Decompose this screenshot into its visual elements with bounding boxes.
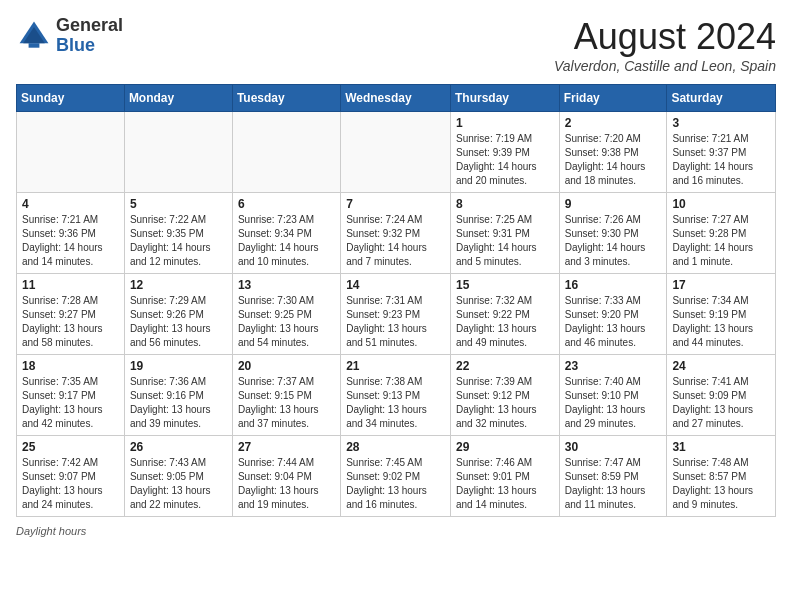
day-info: Sunrise: 7:21 AM Sunset: 9:37 PM Dayligh… <box>672 132 770 188</box>
footer: Daylight hours <box>16 525 776 537</box>
weekday-header: Friday <box>559 85 667 112</box>
day-number: 25 <box>22 440 119 454</box>
day-info: Sunrise: 7:44 AM Sunset: 9:04 PM Dayligh… <box>238 456 335 512</box>
logo-blue-text: Blue <box>56 35 95 55</box>
weekday-header: Wednesday <box>341 85 451 112</box>
day-info: Sunrise: 7:42 AM Sunset: 9:07 PM Dayligh… <box>22 456 119 512</box>
weekday-header: Thursday <box>450 85 559 112</box>
day-info: Sunrise: 7:38 AM Sunset: 9:13 PM Dayligh… <box>346 375 445 431</box>
day-number: 24 <box>672 359 770 373</box>
day-number: 27 <box>238 440 335 454</box>
calendar-cell: 30Sunrise: 7:47 AM Sunset: 8:59 PM Dayli… <box>559 436 667 517</box>
calendar-cell: 15Sunrise: 7:32 AM Sunset: 9:22 PM Dayli… <box>450 274 559 355</box>
day-number: 8 <box>456 197 554 211</box>
calendar-cell: 23Sunrise: 7:40 AM Sunset: 9:10 PM Dayli… <box>559 355 667 436</box>
day-info: Sunrise: 7:39 AM Sunset: 9:12 PM Dayligh… <box>456 375 554 431</box>
calendar-cell: 4Sunrise: 7:21 AM Sunset: 9:36 PM Daylig… <box>17 193 125 274</box>
calendar-table: SundayMondayTuesdayWednesdayThursdayFrid… <box>16 84 776 517</box>
day-info: Sunrise: 7:37 AM Sunset: 9:15 PM Dayligh… <box>238 375 335 431</box>
calendar-cell: 25Sunrise: 7:42 AM Sunset: 9:07 PM Dayli… <box>17 436 125 517</box>
day-number: 18 <box>22 359 119 373</box>
day-info: Sunrise: 7:22 AM Sunset: 9:35 PM Dayligh… <box>130 213 227 269</box>
day-number: 12 <box>130 278 227 292</box>
day-info: Sunrise: 7:23 AM Sunset: 9:34 PM Dayligh… <box>238 213 335 269</box>
calendar-cell: 19Sunrise: 7:36 AM Sunset: 9:16 PM Dayli… <box>124 355 232 436</box>
day-number: 23 <box>565 359 662 373</box>
day-info: Sunrise: 7:35 AM Sunset: 9:17 PM Dayligh… <box>22 375 119 431</box>
weekday-header: Tuesday <box>232 85 340 112</box>
calendar-cell <box>17 112 125 193</box>
calendar-cell: 21Sunrise: 7:38 AM Sunset: 9:13 PM Dayli… <box>341 355 451 436</box>
day-info: Sunrise: 7:31 AM Sunset: 9:23 PM Dayligh… <box>346 294 445 350</box>
day-info: Sunrise: 7:43 AM Sunset: 9:05 PM Dayligh… <box>130 456 227 512</box>
day-number: 22 <box>456 359 554 373</box>
calendar-cell: 11Sunrise: 7:28 AM Sunset: 9:27 PM Dayli… <box>17 274 125 355</box>
day-number: 6 <box>238 197 335 211</box>
calendar-cell <box>124 112 232 193</box>
day-info: Sunrise: 7:46 AM Sunset: 9:01 PM Dayligh… <box>456 456 554 512</box>
logo: General Blue <box>16 16 123 56</box>
calendar-cell: 10Sunrise: 7:27 AM Sunset: 9:28 PM Dayli… <box>667 193 776 274</box>
day-info: Sunrise: 7:27 AM Sunset: 9:28 PM Dayligh… <box>672 213 770 269</box>
logo-general-text: General <box>56 15 123 35</box>
calendar-cell: 18Sunrise: 7:35 AM Sunset: 9:17 PM Dayli… <box>17 355 125 436</box>
day-number: 5 <box>130 197 227 211</box>
calendar-cell: 1Sunrise: 7:19 AM Sunset: 9:39 PM Daylig… <box>450 112 559 193</box>
weekday-header: Saturday <box>667 85 776 112</box>
svg-rect-2 <box>29 43 40 48</box>
day-info: Sunrise: 7:26 AM Sunset: 9:30 PM Dayligh… <box>565 213 662 269</box>
title-block: August 2024 Valverdon, Castille and Leon… <box>554 16 776 74</box>
day-number: 10 <box>672 197 770 211</box>
calendar-cell: 5Sunrise: 7:22 AM Sunset: 9:35 PM Daylig… <box>124 193 232 274</box>
calendar-cell: 28Sunrise: 7:45 AM Sunset: 9:02 PM Dayli… <box>341 436 451 517</box>
day-info: Sunrise: 7:32 AM Sunset: 9:22 PM Dayligh… <box>456 294 554 350</box>
day-info: Sunrise: 7:41 AM Sunset: 9:09 PM Dayligh… <box>672 375 770 431</box>
month-title: August 2024 <box>554 16 776 58</box>
day-info: Sunrise: 7:20 AM Sunset: 9:38 PM Dayligh… <box>565 132 662 188</box>
calendar-cell: 8Sunrise: 7:25 AM Sunset: 9:31 PM Daylig… <box>450 193 559 274</box>
day-info: Sunrise: 7:47 AM Sunset: 8:59 PM Dayligh… <box>565 456 662 512</box>
day-number: 9 <box>565 197 662 211</box>
day-number: 2 <box>565 116 662 130</box>
calendar-cell: 31Sunrise: 7:48 AM Sunset: 8:57 PM Dayli… <box>667 436 776 517</box>
day-info: Sunrise: 7:36 AM Sunset: 9:16 PM Dayligh… <box>130 375 227 431</box>
day-info: Sunrise: 7:19 AM Sunset: 9:39 PM Dayligh… <box>456 132 554 188</box>
day-info: Sunrise: 7:28 AM Sunset: 9:27 PM Dayligh… <box>22 294 119 350</box>
day-number: 31 <box>672 440 770 454</box>
day-number: 7 <box>346 197 445 211</box>
day-info: Sunrise: 7:34 AM Sunset: 9:19 PM Dayligh… <box>672 294 770 350</box>
calendar-cell: 20Sunrise: 7:37 AM Sunset: 9:15 PM Dayli… <box>232 355 340 436</box>
calendar-cell: 16Sunrise: 7:33 AM Sunset: 9:20 PM Dayli… <box>559 274 667 355</box>
day-number: 30 <box>565 440 662 454</box>
day-info: Sunrise: 7:24 AM Sunset: 9:32 PM Dayligh… <box>346 213 445 269</box>
day-number: 15 <box>456 278 554 292</box>
calendar-cell: 12Sunrise: 7:29 AM Sunset: 9:26 PM Dayli… <box>124 274 232 355</box>
calendar-cell <box>232 112 340 193</box>
day-number: 26 <box>130 440 227 454</box>
calendar-cell: 9Sunrise: 7:26 AM Sunset: 9:30 PM Daylig… <box>559 193 667 274</box>
day-number: 17 <box>672 278 770 292</box>
page-header: General Blue August 2024 Valverdon, Cast… <box>16 16 776 74</box>
day-number: 14 <box>346 278 445 292</box>
calendar-cell: 7Sunrise: 7:24 AM Sunset: 9:32 PM Daylig… <box>341 193 451 274</box>
day-info: Sunrise: 7:40 AM Sunset: 9:10 PM Dayligh… <box>565 375 662 431</box>
weekday-header: Monday <box>124 85 232 112</box>
day-number: 29 <box>456 440 554 454</box>
calendar-cell: 27Sunrise: 7:44 AM Sunset: 9:04 PM Dayli… <box>232 436 340 517</box>
day-info: Sunrise: 7:29 AM Sunset: 9:26 PM Dayligh… <box>130 294 227 350</box>
calendar-cell: 29Sunrise: 7:46 AM Sunset: 9:01 PM Dayli… <box>450 436 559 517</box>
day-number: 21 <box>346 359 445 373</box>
day-info: Sunrise: 7:48 AM Sunset: 8:57 PM Dayligh… <box>672 456 770 512</box>
day-info: Sunrise: 7:33 AM Sunset: 9:20 PM Dayligh… <box>565 294 662 350</box>
day-number: 19 <box>130 359 227 373</box>
day-number: 16 <box>565 278 662 292</box>
calendar-cell: 17Sunrise: 7:34 AM Sunset: 9:19 PM Dayli… <box>667 274 776 355</box>
day-number: 20 <box>238 359 335 373</box>
calendar-cell: 3Sunrise: 7:21 AM Sunset: 9:37 PM Daylig… <box>667 112 776 193</box>
day-info: Sunrise: 7:30 AM Sunset: 9:25 PM Dayligh… <box>238 294 335 350</box>
calendar-cell <box>341 112 451 193</box>
calendar-cell: 6Sunrise: 7:23 AM Sunset: 9:34 PM Daylig… <box>232 193 340 274</box>
day-number: 11 <box>22 278 119 292</box>
day-number: 4 <box>22 197 119 211</box>
calendar-cell: 2Sunrise: 7:20 AM Sunset: 9:38 PM Daylig… <box>559 112 667 193</box>
